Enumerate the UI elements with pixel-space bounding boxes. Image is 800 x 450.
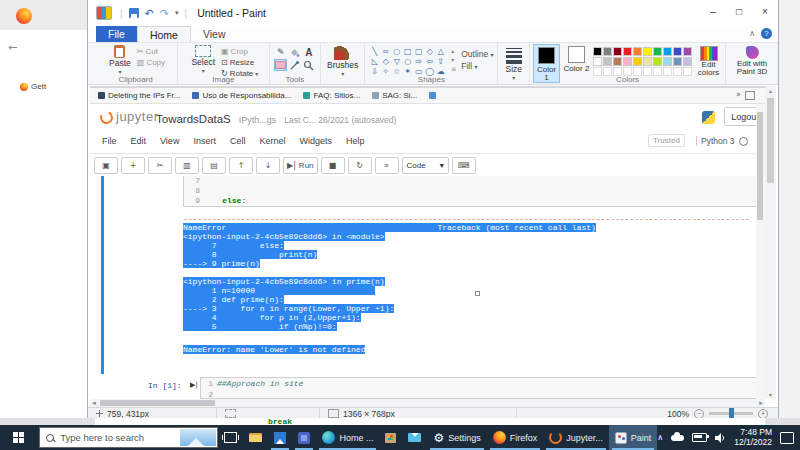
magnifier-tool[interactable] bbox=[302, 59, 315, 71]
edit-with-paint3d-button[interactable]: Edit with Paint 3D bbox=[729, 44, 775, 76]
maximize-button[interactable]: □ bbox=[726, 0, 752, 22]
shape-icon[interactable]: ▽ bbox=[391, 56, 402, 66]
outline-button[interactable]: Outline ▾ bbox=[461, 49, 493, 59]
scroll-down-icon[interactable]: ▾ bbox=[765, 391, 776, 398]
color2-button[interactable]: Color 2 bbox=[563, 44, 590, 73]
customize-qat-button[interactable]: ▾ bbox=[175, 9, 179, 17]
palette-swatch[interactable] bbox=[593, 57, 602, 66]
shape-icon[interactable]: △ bbox=[435, 46, 446, 56]
firefox-button[interactable]: Firefox bbox=[487, 425, 544, 450]
palette-swatch[interactable] bbox=[663, 47, 672, 56]
shapes-scroll[interactable]: ▴▾≡ bbox=[451, 46, 456, 73]
shape-icon[interactable]: ◇ bbox=[380, 56, 391, 66]
scroll-left-icon[interactable]: ◂ bbox=[90, 399, 98, 407]
size-button[interactable]: Size ▾ bbox=[502, 44, 525, 82]
paste-button[interactable]: Paste ▾ bbox=[106, 44, 134, 76]
paint-taskbar-button[interactable]: Paint bbox=[609, 425, 658, 450]
horizontal-scrollbar[interactable]: ◂ ▸ bbox=[90, 399, 765, 407]
vertical-scrollbar-thumb[interactable] bbox=[767, 98, 774, 183]
horizontal-scrollbar-thumb[interactable] bbox=[100, 400, 215, 406]
palette-swatch[interactable] bbox=[653, 57, 662, 66]
palette-swatch[interactable] bbox=[643, 47, 652, 56]
crop-button[interactable]: ▣Crop bbox=[221, 47, 258, 57]
help-icon[interactable]: ? bbox=[761, 28, 772, 39]
palette-swatch[interactable] bbox=[673, 57, 682, 66]
palette-swatch[interactable] bbox=[613, 57, 622, 66]
shape-icon[interactable]: ⇨ bbox=[413, 56, 424, 66]
palette-swatch[interactable] bbox=[683, 57, 692, 66]
palette-swatch[interactable] bbox=[683, 47, 692, 56]
shape-icon[interactable]: ⇧ bbox=[435, 56, 446, 66]
shape-icon[interactable]: ≈ bbox=[380, 46, 391, 56]
copy-button[interactable]: ▥Copy bbox=[137, 58, 165, 68]
redo-button[interactable]: ↷ bbox=[160, 7, 169, 20]
zoom-slider[interactable] bbox=[709, 412, 753, 415]
store-button[interactable] bbox=[379, 425, 402, 450]
tab-view[interactable]: View bbox=[191, 26, 238, 42]
zoom-out-button[interactable]: − bbox=[694, 409, 704, 419]
shape-icon[interactable]: ╲ bbox=[369, 46, 380, 56]
background-firefox-window[interactable]: ← Gett bbox=[0, 0, 89, 425]
resize-button[interactable]: ⊡Resize bbox=[221, 58, 258, 68]
tab-file[interactable]: File bbox=[96, 26, 137, 42]
start-button[interactable] bbox=[0, 425, 37, 450]
palette-swatch[interactable] bbox=[663, 57, 672, 66]
minimize-button[interactable]: – bbox=[700, 0, 726, 22]
zoom-in-button[interactable]: + bbox=[758, 409, 768, 419]
task-view-button[interactable] bbox=[218, 425, 243, 450]
color-picker-tool[interactable] bbox=[288, 59, 301, 71]
undo-button[interactable]: ↶ bbox=[145, 7, 154, 20]
palette-swatch[interactable] bbox=[603, 57, 612, 66]
shape-icon[interactable]: ◺ bbox=[369, 56, 380, 66]
shapes-scroll-icon[interactable]: ▴ bbox=[451, 46, 456, 55]
onedrive-icon[interactable] bbox=[671, 435, 684, 441]
pencil-tool[interactable]: ✎ bbox=[274, 46, 287, 58]
select-button[interactable]: Select ▾ bbox=[188, 44, 218, 75]
palette-swatch[interactable] bbox=[633, 47, 642, 56]
fill-tool[interactable] bbox=[288, 46, 301, 58]
teams-button[interactable] bbox=[292, 425, 316, 450]
mail-button[interactable] bbox=[402, 425, 427, 450]
palette-swatch[interactable] bbox=[623, 57, 632, 66]
palette-swatch[interactable] bbox=[633, 57, 642, 66]
photos-button[interactable] bbox=[268, 425, 292, 450]
shape-icon[interactable]: □ bbox=[402, 46, 413, 56]
battery-icon[interactable] bbox=[692, 433, 707, 442]
speaker-icon[interactable] bbox=[715, 429, 726, 447]
scroll-up-icon[interactable]: ▴ bbox=[765, 87, 776, 94]
shapes-scroll-icon[interactable]: ▾ bbox=[451, 55, 456, 64]
scroll-right-icon[interactable]: ▸ bbox=[757, 399, 765, 407]
shape-icon[interactable]: ▢ bbox=[413, 46, 424, 56]
palette-swatch[interactable] bbox=[653, 47, 662, 56]
shape-icon[interactable]: ⇦ bbox=[424, 56, 435, 66]
edit-colors-button[interactable]: Edit colors bbox=[695, 44, 722, 77]
edge-button[interactable]: Home ... bbox=[316, 425, 379, 450]
settings-button[interactable]: ⚙ Settings bbox=[427, 425, 486, 450]
notification-center-icon[interactable] bbox=[780, 432, 794, 444]
palette-swatch[interactable] bbox=[593, 47, 602, 56]
eraser-tool[interactable] bbox=[274, 59, 287, 71]
palette-swatch[interactable] bbox=[643, 57, 652, 66]
save-button[interactable] bbox=[129, 8, 139, 18]
collapse-ribbon-icon[interactable]: ∧ bbox=[749, 29, 755, 38]
search-input[interactable]: Type here to search bbox=[39, 427, 218, 448]
tab-home[interactable]: Home bbox=[137, 26, 191, 42]
tray-expand-icon[interactable]: ∧ bbox=[657, 433, 663, 442]
brushes-button[interactable]: Brushes ▾ bbox=[324, 45, 361, 78]
file-explorer-button[interactable] bbox=[243, 425, 268, 450]
jupyter-button[interactable]: Jupyter... bbox=[543, 425, 609, 450]
cut-button[interactable]: ✂Cut bbox=[137, 47, 165, 57]
palette-swatch[interactable] bbox=[673, 47, 682, 56]
shape-icon[interactable]: ○ bbox=[391, 46, 402, 56]
shapes-scroll-icon[interactable]: ≡ bbox=[451, 64, 456, 73]
clock[interactable]: 7:48 PM 12/1/2022 bbox=[734, 428, 772, 447]
text-tool[interactable]: A bbox=[302, 46, 315, 58]
vertical-scrollbar[interactable]: ▴ ▾ bbox=[765, 86, 776, 399]
close-button[interactable]: × bbox=[752, 0, 778, 22]
fill-button[interactable]: Fill ▾ bbox=[461, 61, 493, 71]
paint-canvas[interactable]: Deleting the IPs Fr...Uso de Responsabil… bbox=[90, 86, 765, 399]
shape-icon[interactable]: ○ bbox=[402, 56, 413, 66]
palette-swatch[interactable] bbox=[623, 47, 632, 56]
palette-swatch[interactable] bbox=[613, 47, 622, 56]
background-window-right[interactable]: × ≡ arks ^ bbox=[778, 0, 800, 425]
